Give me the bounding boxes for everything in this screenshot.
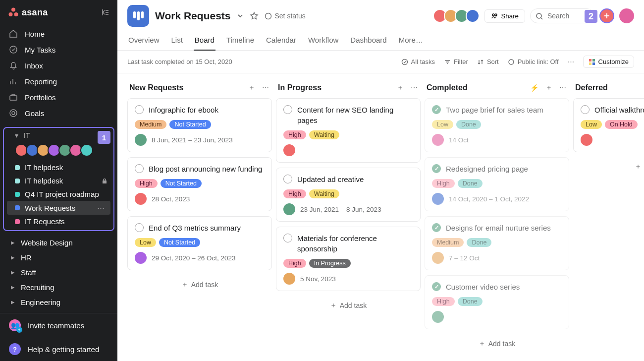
- assignee-avatar[interactable]: [432, 252, 444, 264]
- tag-high[interactable]: High: [432, 179, 455, 188]
- tag-high[interactable]: High: [432, 297, 455, 306]
- team-staff[interactable]: ▸Staff: [0, 265, 117, 280]
- column-more-icon[interactable]: ⋯: [558, 83, 567, 93]
- tab-more[interactable]: More…: [398, 34, 424, 50]
- column-add-icon[interactable]: ＋: [396, 82, 405, 93]
- toolbar-alltasks[interactable]: All tasks: [401, 58, 435, 65]
- nav-my-tasks[interactable]: My Tasks: [0, 42, 117, 58]
- tab-timeline[interactable]: Timeline: [225, 34, 255, 50]
- task-card[interactable]: Redesigned pricing pageHighDone14 Oct, 2…: [425, 157, 569, 211]
- task-card[interactable]: Infographic for ebookMediumNot Started8 …: [127, 98, 272, 152]
- tag-notstarted[interactable]: Not Started: [161, 179, 202, 188]
- task-complete-toggle[interactable]: [283, 105, 292, 114]
- column-title[interactable]: In Progress: [278, 83, 322, 92]
- section-header-it[interactable]: ▾ IT ＋: [4, 128, 113, 142]
- tag-low[interactable]: Low: [432, 120, 453, 129]
- nav-goals[interactable]: Goals: [0, 105, 117, 121]
- project-color-square[interactable]: [127, 5, 149, 27]
- task-complete-toggle[interactable]: [283, 175, 292, 183]
- nav-home[interactable]: Home: [0, 26, 117, 42]
- task-card[interactable]: Content for new SEO landing pagesHighWai…: [276, 98, 421, 163]
- share-button[interactable]: Share: [484, 9, 525, 23]
- column-add-icon[interactable]: ＋: [544, 82, 553, 93]
- tag-done[interactable]: Done: [458, 179, 483, 188]
- task-complete-toggle[interactable]: [135, 164, 144, 173]
- task-complete-toggle[interactable]: [432, 223, 441, 232]
- toolbar-public-link[interactable]: Public link: Off: [508, 58, 559, 65]
- tab-overview[interactable]: Overview: [127, 34, 161, 50]
- tag-notstarted[interactable]: Not Started: [169, 120, 211, 129]
- tag-high[interactable]: High: [283, 259, 306, 268]
- project-members[interactable]: [433, 9, 480, 23]
- task-card[interactable]: Designs for email nurture seriesMediumDo…: [425, 216, 569, 270]
- task-complete-toggle[interactable]: [135, 223, 144, 232]
- team-website-design[interactable]: ▸Website Design: [0, 235, 117, 250]
- project-title[interactable]: Work Requests: [155, 10, 231, 22]
- project-it-helpdesk[interactable]: IT helpdesk: [4, 161, 113, 174]
- sidebar-collapse-icon[interactable]: [101, 8, 109, 17]
- task-card[interactable]: Materials for conference sponsorshipHigh…: [276, 227, 421, 291]
- task-complete-toggle[interactable]: [432, 282, 441, 291]
- team-engineering[interactable]: ▸Engineering: [0, 295, 117, 309]
- project-it-helpdesk-locked[interactable]: IT helpdesk: [4, 174, 113, 187]
- column-more-icon[interactable]: ⋯: [261, 83, 270, 93]
- task-card[interactable]: Two page brief for sales teamLowDone14 O…: [425, 98, 569, 152]
- tab-dashboard[interactable]: Dashboard: [349, 34, 387, 50]
- task-card[interactable]: Customer video seriesHighDone: [425, 275, 569, 329]
- column-more-icon[interactable]: ⋯: [410, 83, 419, 93]
- asana-logo[interactable]: asana: [8, 7, 97, 18]
- tag-low[interactable]: Low: [135, 238, 156, 247]
- tag-high[interactable]: High: [283, 189, 306, 198]
- tab-board[interactable]: Board: [194, 34, 215, 50]
- task-complete-toggle[interactable]: [283, 234, 292, 242]
- team-recruiting[interactable]: ▸Recruiting: [0, 280, 117, 295]
- profile-avatar[interactable]: [619, 8, 634, 23]
- rules-bolt-icon[interactable]: ⚡: [529, 83, 539, 93]
- tag-done[interactable]: Done: [458, 297, 483, 306]
- tag-inprogress[interactable]: In Progress: [309, 259, 351, 268]
- tag-done[interactable]: Done: [456, 120, 481, 129]
- assignee-avatar[interactable]: [283, 144, 295, 156]
- assignee-avatar[interactable]: [432, 193, 444, 205]
- tag-done[interactable]: Done: [467, 238, 491, 247]
- task-card[interactable]: Blog post announcing new fundingHighNot …: [127, 157, 272, 211]
- add-task-button[interactable]: ＋Add task: [425, 334, 569, 353]
- tab-calendar[interactable]: Calendar: [265, 34, 297, 50]
- project-q4-it-roadmap[interactable]: Q4 IT project roadmap: [4, 187, 113, 201]
- tag-onhold[interactable]: On Hold: [605, 120, 638, 129]
- tag-medium[interactable]: Medium: [432, 238, 464, 247]
- add-task-button[interactable]: ＋Add: [573, 157, 644, 176]
- task-complete-toggle[interactable]: [432, 164, 441, 173]
- tag-notstarted[interactable]: Not Started: [159, 238, 200, 247]
- assignee-avatar[interactable]: [283, 273, 295, 285]
- board-area[interactable]: New Requests＋⋯Infographic for ebookMediu…: [117, 73, 644, 361]
- task-card[interactable]: Official walkthrough candidatesLowOn Hol…: [573, 98, 644, 152]
- task-card[interactable]: Updated ad creativeHighWaiting23 Jun, 20…: [276, 168, 421, 222]
- task-card[interactable]: End of Q3 metrics summaryLowNot Started2…: [127, 216, 272, 270]
- assignee-avatar[interactable]: [135, 134, 147, 146]
- column-title[interactable]: Deferred: [575, 83, 608, 92]
- tab-list[interactable]: List: [170, 34, 184, 50]
- assignee-avatar[interactable]: [581, 134, 592, 146]
- task-complete-toggle[interactable]: [432, 105, 441, 114]
- column-title[interactable]: New Requests: [129, 83, 183, 92]
- nav-portfolios[interactable]: Portfolios: [0, 89, 117, 105]
- nav-inbox[interactable]: Inbox: [0, 58, 117, 73]
- team-avatar-row[interactable]: [4, 142, 113, 161]
- project-it-requests[interactable]: IT Requests: [4, 215, 113, 228]
- set-status[interactable]: Set status: [265, 12, 306, 20]
- project-work-requests[interactable]: Work Requests⋯: [7, 201, 110, 215]
- tag-waiting[interactable]: Waiting: [309, 189, 339, 198]
- task-complete-toggle[interactable]: [135, 105, 144, 114]
- omnibutton-create[interactable]: 2: [599, 8, 614, 23]
- tag-high[interactable]: High: [283, 130, 306, 139]
- team-hr[interactable]: ▸HR: [0, 250, 117, 265]
- assignee-avatar[interactable]: [135, 193, 147, 205]
- help-getting-started[interactable]: ? Help & getting started: [0, 337, 117, 361]
- add-task-button[interactable]: ＋Add task: [127, 275, 272, 294]
- assignee-avatar[interactable]: [135, 252, 147, 264]
- add-task-button[interactable]: ＋Add task: [276, 296, 421, 315]
- column-title[interactable]: Completed: [427, 83, 468, 92]
- toolbar-customize[interactable]: Customize: [583, 56, 634, 68]
- toolbar-sort[interactable]: Sort: [477, 58, 499, 65]
